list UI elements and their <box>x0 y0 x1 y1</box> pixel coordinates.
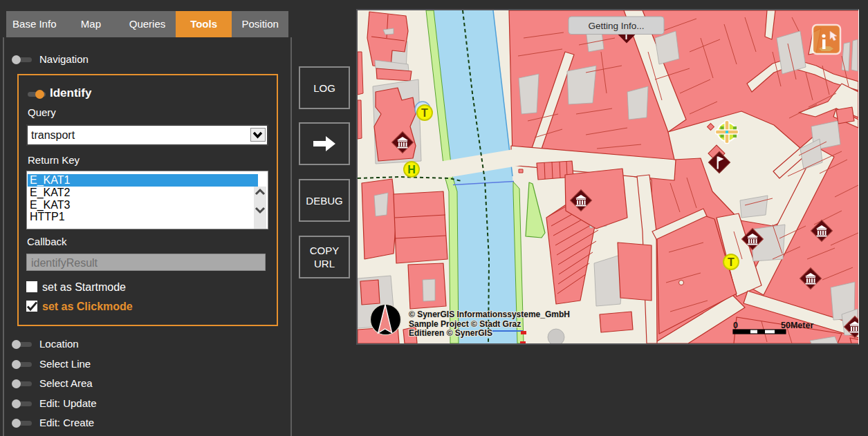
svg-text:0: 0 <box>733 321 738 330</box>
svg-text:Sample Project © Stadt Graz: Sample Project © Stadt Graz <box>409 319 521 329</box>
svg-text:T: T <box>421 107 428 119</box>
svg-text:Getting Info...: Getting Info... <box>588 21 644 31</box>
svg-text:T: T <box>728 256 735 268</box>
svg-text:50Meter: 50Meter <box>781 321 813 330</box>
svg-text:© SynerGIS Informationssysteme: © SynerGIS Informationssysteme_GmbH <box>409 310 570 319</box>
svg-text:Editieren © SynerGIS: Editieren © SynerGIS <box>409 328 492 338</box>
svg-text:H: H <box>407 164 416 176</box>
